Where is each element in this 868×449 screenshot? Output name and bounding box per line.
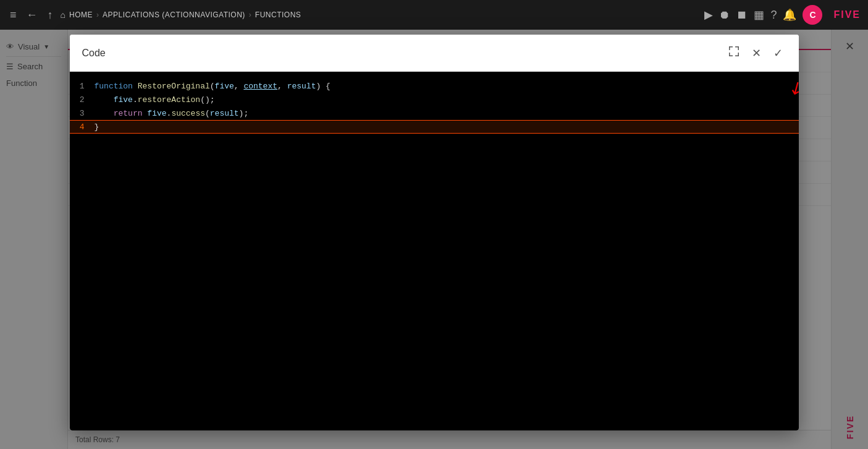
modal-confirm-button[interactable]: ✓: [770, 44, 786, 62]
code-line-3: 3 return five.success(result);: [70, 106, 799, 120]
menu-icon[interactable]: ≡: [7, 6, 19, 24]
breadcrumb-sep-1: ›: [96, 11, 99, 19]
topbar: ≡ ← ↑ ⌂ HOME › APPLICATIONS (ACTIONNAVIG…: [0, 0, 868, 30]
help-icon[interactable]: ?: [770, 9, 777, 22]
modal-confirm-icon: ✓: [773, 46, 783, 60]
modal-close-button[interactable]: ✕: [748, 44, 765, 62]
code-content-1: function RestoreOriginal(five, context, …: [95, 82, 799, 91]
breadcrumb-sep-2: ›: [249, 11, 251, 19]
avatar[interactable]: C: [803, 5, 822, 25]
line-number-1: 1: [70, 82, 95, 91]
main-area: 👁 Visual ▼ ☰ Search Function Function ID…: [0, 30, 868, 449]
svg-rect-3: [738, 46, 739, 50]
breadcrumb: ⌂ HOME › APPLICATIONS (ACTIONNAVIGATION)…: [61, 10, 700, 20]
grid-icon[interactable]: ▦: [754, 8, 764, 22]
breadcrumb-functions[interactable]: FUNCTIONS: [255, 11, 301, 19]
up-icon[interactable]: ↑: [45, 6, 56, 24]
svg-rect-5: [729, 53, 730, 56]
record-icon[interactable]: ⏺: [719, 9, 730, 22]
line-number-3: 3: [70, 109, 95, 118]
code-line-1: 1 function RestoreOriginal(five, context…: [70, 79, 799, 93]
modal-title: Code: [82, 48, 106, 59]
code-line-2: 2 five.restoreAction();: [70, 93, 799, 106]
code-line-4: 4 }: [70, 120, 799, 134]
code-content-4: }: [95, 122, 799, 132]
topbar-actions: ▶ ⏺ ⏹ ▦ ? 🔔 C FIVE: [704, 5, 861, 25]
code-modal: Code: [70, 35, 799, 430]
bell-icon[interactable]: 🔔: [783, 8, 796, 22]
breadcrumb-applications[interactable]: APPLICATIONS (ACTIONNAVIGATION): [103, 11, 245, 19]
modal-header: Code: [70, 35, 799, 72]
breadcrumb-home[interactable]: HOME: [69, 11, 93, 19]
code-editor[interactable]: ↙ 1 function RestoreOriginal(five, conte…: [70, 72, 799, 430]
back-icon[interactable]: ←: [24, 6, 40, 24]
modal-overlay: Code: [0, 30, 868, 449]
svg-rect-1: [729, 46, 730, 50]
modal-header-actions: ✕ ✓: [725, 43, 786, 62]
svg-rect-7: [738, 53, 739, 56]
stop-icon[interactable]: ⏹: [736, 9, 748, 22]
code-content-2: five.restoreAction();: [95, 95, 799, 105]
code-content-3: return five.success(result);: [95, 109, 799, 118]
fullscreen-button[interactable]: [725, 43, 743, 62]
line-number-2: 2: [70, 95, 95, 105]
fullscreen-icon: [728, 46, 739, 60]
line-number-4: 4: [70, 122, 95, 132]
five-logo-top: FIVE: [833, 9, 861, 20]
play-icon[interactable]: ▶: [704, 8, 713, 22]
home-icon[interactable]: ⌂: [61, 10, 65, 20]
modal-close-icon: ✕: [752, 46, 761, 60]
